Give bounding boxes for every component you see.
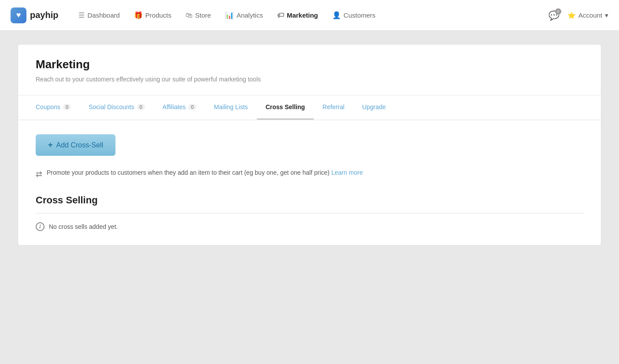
section-divider bbox=[36, 213, 583, 213]
tab-badge-social-discounts: 0 bbox=[137, 104, 145, 110]
account-label: Account bbox=[578, 11, 602, 19]
learn-more-link[interactable]: Learn more bbox=[331, 169, 363, 176]
shuffle-icon: ⇄ bbox=[36, 169, 42, 180]
account-button[interactable]: ⭐ Account ▾ bbox=[567, 11, 608, 19]
tab-badge-affiliates: 0 bbox=[188, 104, 196, 110]
chat-button[interactable]: 💬 0 bbox=[546, 7, 562, 23]
logo-text: payhip bbox=[30, 10, 58, 20]
logo-icon: ♥ bbox=[11, 7, 26, 23]
nav-item-analytics[interactable]: 📊 Analytics bbox=[219, 7, 269, 23]
nav-item-dashboard[interactable]: ☰ Dashboard bbox=[72, 7, 126, 23]
tab-affiliates[interactable]: Affiliates 0 bbox=[154, 96, 205, 120]
store-icon: 🛍 bbox=[185, 11, 193, 19]
account-icon: ⭐ bbox=[567, 11, 576, 19]
empty-state-row: i No cross sells added yet. bbox=[36, 222, 583, 231]
tab-coupons[interactable]: Coupons 0 bbox=[27, 96, 80, 120]
tab-content-cross-selling: + Add Cross-Sell ⇄ Promote your products… bbox=[18, 120, 601, 245]
customers-icon: 👤 bbox=[332, 11, 341, 19]
add-cross-sell-button[interactable]: + Add Cross-Sell bbox=[36, 134, 115, 156]
nav-item-store[interactable]: 🛍 Store bbox=[179, 8, 217, 23]
nav-item-products[interactable]: 🎁 Products bbox=[128, 7, 178, 23]
tab-label-coupons: Coupons bbox=[36, 103, 60, 110]
tab-referral[interactable]: Referral bbox=[314, 96, 353, 120]
marketing-icon: 🏷 bbox=[277, 11, 284, 19]
empty-message: No cross sells added yet. bbox=[49, 223, 118, 230]
analytics-icon: 📊 bbox=[225, 11, 234, 19]
tab-badge-coupons: 0 bbox=[63, 104, 71, 110]
page-subtitle: Reach out to your customers effectively … bbox=[36, 76, 583, 83]
nav-label-marketing: Marketing bbox=[287, 11, 318, 19]
account-chevron-icon: ▾ bbox=[605, 11, 608, 19]
logo[interactable]: ♥ payhip bbox=[11, 7, 58, 23]
page-content: Marketing Reach out to your customers ef… bbox=[0, 31, 619, 259]
page-title: Marketing bbox=[36, 58, 583, 71]
tab-social-discounts[interactable]: Social Discounts 0 bbox=[80, 96, 154, 120]
tabs-row: Coupons 0 Social Discounts 0 Affiliates … bbox=[18, 96, 601, 120]
add-plus-icon: + bbox=[48, 140, 53, 150]
info-icon: i bbox=[36, 222, 44, 231]
nav-label-products: Products bbox=[145, 11, 171, 19]
tab-label-cross-selling: Cross Selling bbox=[266, 103, 305, 110]
nav-links: ☰ Dashboard 🎁 Products 🛍 Store 📊 Analyti… bbox=[72, 7, 546, 23]
info-row: ⇄ Promote your products to customers whe… bbox=[36, 168, 583, 180]
tab-label-mailing-lists: Mailing Lists bbox=[214, 103, 248, 110]
main-card: Marketing Reach out to your customers ef… bbox=[18, 44, 601, 246]
tab-label-affiliates: Affiliates bbox=[163, 103, 186, 110]
nav-item-marketing[interactable]: 🏷 Marketing bbox=[271, 8, 324, 23]
add-button-text: Add Cross-Sell bbox=[56, 141, 104, 149]
info-text: Promote your products to customers when … bbox=[47, 168, 363, 177]
card-header: Marketing Reach out to your customers ef… bbox=[18, 44, 601, 96]
nav-label-dashboard: Dashboard bbox=[87, 11, 119, 19]
products-icon: 🎁 bbox=[134, 11, 143, 19]
dashboard-icon: ☰ bbox=[78, 11, 85, 19]
cross-selling-section-title: Cross Selling bbox=[36, 195, 583, 206]
tab-label-referral: Referral bbox=[322, 103, 345, 110]
tab-cross-selling[interactable]: Cross Selling bbox=[257, 96, 314, 120]
tab-upgrade[interactable]: Upgrade bbox=[353, 96, 395, 120]
nav-item-customers[interactable]: 👤 Customers bbox=[326, 7, 382, 23]
tab-label-upgrade: Upgrade bbox=[362, 103, 386, 110]
nav-label-customers: Customers bbox=[344, 11, 376, 19]
tab-mailing-lists[interactable]: Mailing Lists bbox=[205, 96, 257, 120]
nav-right: 💬 0 ⭐ Account ▾ bbox=[546, 7, 608, 23]
tab-label-social-discounts: Social Discounts bbox=[89, 103, 134, 110]
navbar: ♥ payhip ☰ Dashboard 🎁 Products 🛍 Store … bbox=[0, 0, 619, 31]
nav-label-store: Store bbox=[195, 11, 211, 19]
nav-label-analytics: Analytics bbox=[237, 11, 263, 19]
chat-badge: 0 bbox=[555, 8, 561, 15]
